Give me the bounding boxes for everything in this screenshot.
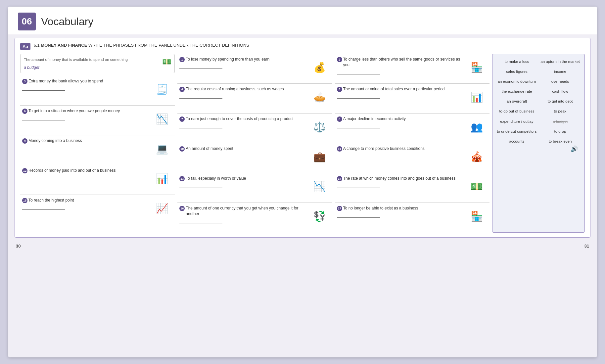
answer-line-10[interactable]	[179, 153, 222, 158]
vocab-sales-figures: sales figures	[496, 69, 537, 74]
vocab-go-out-of-business: to go out of business	[496, 109, 537, 114]
answer-line-16[interactable]	[179, 218, 222, 223]
page-number-right: 31	[584, 244, 589, 249]
icon-10: 💼	[309, 146, 330, 167]
icon-15: 📈	[151, 198, 173, 219]
first-answer: a budget	[24, 65, 50, 70]
def-text-8: A major decline in economic activity	[343, 116, 406, 122]
answer-line-13[interactable]	[179, 183, 222, 188]
num-13: 13	[179, 176, 185, 181]
answer-line-7[interactable]	[179, 123, 222, 128]
def-text-11: A change to more positive business condi…	[343, 146, 425, 152]
page-header: 06 Vocabulary	[8, 7, 597, 34]
num-10: 10	[179, 146, 185, 152]
def-card-13: 13 To fall, especially in worth or value…	[177, 173, 332, 203]
answer-line-6[interactable]	[22, 115, 65, 120]
icon-9: 💻	[151, 138, 173, 159]
icon-14: 💵	[466, 176, 488, 197]
column-1: The amount of money that is available to…	[20, 54, 175, 233]
answer-line-3[interactable]	[22, 85, 65, 91]
answer-line-14[interactable]	[337, 183, 380, 188]
answer-line-2[interactable]	[337, 69, 380, 74]
page-title: Vocabulary	[41, 16, 93, 28]
def-text-15: To reach the highest point	[28, 198, 74, 203]
def-card-9: 9 Money coming into a business 💻	[20, 135, 175, 165]
answer-line-9[interactable]	[22, 145, 65, 150]
vocab-cash-flow: cash flow	[540, 89, 581, 94]
def-text-2: To charge less than others who sell the …	[343, 57, 463, 68]
vocab-accounts: accounts	[496, 139, 537, 144]
def-card-10: 10 An amount of money spent 💼	[177, 143, 332, 173]
page-number-left: 30	[16, 244, 21, 249]
icon-2: 🏪	[466, 57, 488, 78]
icon-6: 📉	[151, 108, 173, 130]
icon-1: 💰	[309, 57, 330, 78]
def-card-6: 6 To get into a situation where you owe …	[20, 106, 175, 135]
def-card-17: 17 To no longer be able to exist as a bu…	[335, 203, 489, 233]
vocab-a-budget: a budget	[540, 119, 581, 124]
page-container: 06 Vocabulary Aa 6.1 MONEY AND FINANCE W…	[8, 7, 597, 357]
num-6: 6	[22, 109, 27, 114]
section-header: Aa 6.1 MONEY AND FINANCE WRITE THE PHRAS…	[20, 43, 585, 50]
answer-line-12[interactable]	[22, 175, 65, 180]
def-card-5: 5 The amount or value of total sales ove…	[335, 84, 489, 114]
def-text-1: To lose money by spending more than you …	[186, 57, 269, 62]
vocab-expenditure: expenditure / outlay	[496, 119, 537, 124]
def-card-8: 8 A major decline in economic activity 👥	[335, 114, 489, 143]
answer-line-11[interactable]	[337, 153, 380, 158]
num-1: 1	[179, 57, 185, 62]
num-7: 7	[179, 116, 185, 122]
sound-icon[interactable]: 🔊	[496, 144, 581, 154]
def-card-3: 3 Extra money the bank allows you to spe…	[20, 76, 175, 106]
def-card-2: 2 To charge less than others who sell th…	[335, 54, 489, 84]
num-17: 17	[337, 206, 342, 211]
icon-3: 🧾	[151, 78, 173, 100]
vocab-income: income	[540, 69, 581, 74]
answer-line-17[interactable]	[337, 212, 380, 218]
aa-badge: Aa	[20, 43, 30, 50]
vocab-economic-downturn: an economic downturn	[496, 79, 537, 84]
def-card-15: 15 To reach the highest point 📈	[20, 195, 175, 225]
answer-line-5[interactable]	[337, 93, 380, 99]
num-11: 11	[337, 146, 342, 152]
icon-5: 📊	[466, 86, 488, 108]
def-card-1: 1 To lose money by spending more than yo…	[177, 54, 332, 84]
panel-grid: to make a loss an upturn in the market s…	[496, 59, 581, 144]
column-2: 1 To lose money by spending more than yo…	[177, 54, 332, 233]
exercise-layout: The amount of money that is available to…	[20, 54, 585, 233]
def-text-9: Money coming into a business	[28, 138, 82, 144]
answer-line-8[interactable]	[337, 123, 380, 128]
def-card-14: 14 The rate at which money comes into an…	[335, 173, 489, 203]
def-card-12: 12 Records of money paid into and out of…	[20, 165, 175, 195]
icon-17: 🏪	[466, 205, 488, 227]
vocab-overheads: overheads	[540, 79, 581, 84]
def-text-4: The regular costs of running a business,…	[186, 86, 284, 92]
num-5: 5	[337, 87, 342, 92]
vocab-exchange-rate: the exchange rate	[496, 89, 537, 94]
page-footer: 30 31	[8, 241, 597, 251]
num-12: 12	[22, 168, 27, 173]
icon-11: 🎪	[466, 146, 488, 167]
def-text-13: To fall, especially in worth or value	[186, 176, 246, 181]
answer-line-15[interactable]	[22, 205, 65, 210]
vocab-to-make-a-loss: to make a loss	[496, 59, 537, 64]
num-2: 2	[337, 57, 342, 62]
def-card-16: 16 The amount of one currency that you g…	[177, 203, 332, 233]
num-9: 9	[22, 138, 27, 144]
answer-line-1[interactable]	[179, 64, 222, 69]
vocab-overdraft: an overdraft	[496, 99, 537, 104]
def-text-3: Extra money the bank allows you to spend	[28, 78, 103, 84]
vocab-get-into-debt: to get into debt	[540, 99, 581, 104]
def-text-12: Records of money paid into and out of a …	[28, 168, 116, 173]
chapter-number: 06	[18, 13, 36, 30]
def-text-5: The amount or value of total sales over …	[343, 86, 445, 92]
def-text-6: To get into a situation where you owe pe…	[28, 108, 120, 114]
def-text-16: The amount of one currency that you get …	[186, 205, 306, 217]
num-4: 4	[179, 87, 185, 92]
answer-line-4[interactable]	[179, 93, 222, 99]
vocab-upturn-in-market: an upturn in the market	[540, 59, 581, 64]
vocab-break-even: to break even	[540, 139, 581, 144]
section-title: 6.1 MONEY AND FINANCE WRITE THE PHRASES …	[34, 43, 249, 48]
def-text-7: To earn just enough to cover the costs o…	[186, 116, 294, 122]
num-16: 16	[179, 206, 185, 211]
